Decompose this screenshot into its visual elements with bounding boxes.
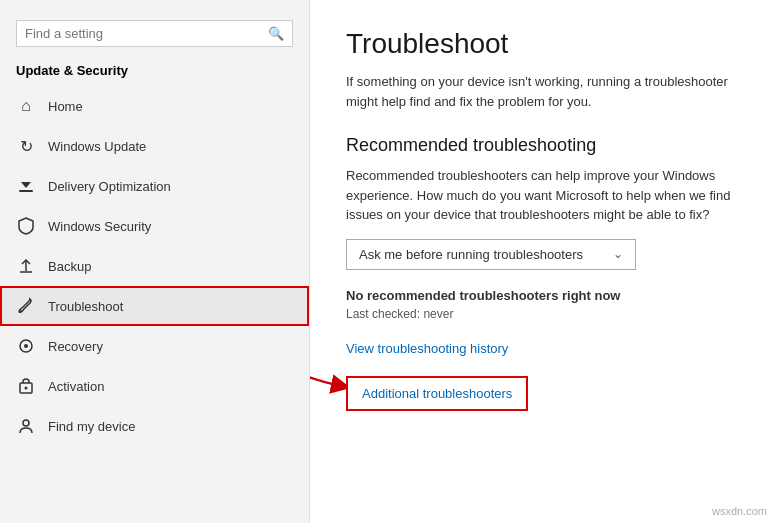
search-box[interactable]: 🔍 (16, 20, 293, 47)
backup-icon (16, 256, 36, 276)
dropdown-value: Ask me before running troubleshooters (359, 247, 583, 262)
shield-icon (16, 216, 36, 236)
nav-windows-update-label: Windows Update (48, 139, 146, 154)
recovery-icon (16, 336, 36, 356)
nav-recovery[interactable]: Recovery (0, 326, 309, 366)
nav-find-my-device[interactable]: Find my device (0, 406, 309, 446)
sidebar: 🔍 Update & Security ⌂ Home ↻ Windows Upd… (0, 0, 310, 523)
nav-backup-label: Backup (48, 259, 91, 274)
svg-point-8 (25, 387, 28, 390)
nav-find-my-device-label: Find my device (48, 419, 135, 434)
intro-text: If something on your device isn't workin… (346, 72, 739, 111)
recommended-heading: Recommended troubleshooting (346, 135, 739, 156)
nav-recovery-label: Recovery (48, 339, 103, 354)
sidebar-header (0, 0, 309, 20)
wrench-icon (16, 296, 36, 316)
nav-windows-security[interactable]: Windows Security (0, 206, 309, 246)
svg-point-9 (23, 420, 29, 426)
troubleshoot-dropdown[interactable]: Ask me before running troubleshooters ⌄ (346, 239, 636, 270)
last-checked-text: Last checked: never (346, 307, 739, 321)
no-troubleshooters-text: No recommended troubleshooters right now (346, 288, 739, 303)
nav-home[interactable]: ⌂ Home (0, 86, 309, 126)
nav-backup[interactable]: Backup (0, 246, 309, 286)
home-icon: ⌂ (16, 96, 36, 116)
download-icon (16, 176, 36, 196)
search-icon: 🔍 (268, 26, 284, 41)
recommended-desc: Recommended troubleshooters can help imp… (346, 166, 739, 225)
nav-activation-label: Activation (48, 379, 104, 394)
nav-delivery-optimization-label: Delivery Optimization (48, 179, 171, 194)
nav-delivery-optimization[interactable]: Delivery Optimization (0, 166, 309, 206)
nav-activation[interactable]: Activation (0, 366, 309, 406)
nav-home-label: Home (48, 99, 83, 114)
additional-troubleshooters-button[interactable]: Additional troubleshooters (346, 376, 528, 411)
chevron-down-icon: ⌄ (613, 247, 623, 261)
nav-windows-update[interactable]: ↻ Windows Update (0, 126, 309, 166)
section-title: Update & Security (0, 57, 309, 86)
svg-rect-0 (19, 190, 33, 192)
activation-icon (16, 376, 36, 396)
watermark: wsxdn.com (712, 505, 767, 517)
svg-point-4 (20, 310, 22, 312)
person-icon (16, 416, 36, 436)
main-content: Troubleshoot If something on your device… (310, 0, 775, 523)
nav-windows-security-label: Windows Security (48, 219, 151, 234)
page-title: Troubleshoot (346, 28, 739, 60)
nav-troubleshoot[interactable]: Troubleshoot (0, 286, 309, 326)
svg-point-6 (24, 344, 28, 348)
refresh-icon: ↻ (16, 136, 36, 156)
view-history-link[interactable]: View troubleshooting history (346, 341, 739, 356)
nav-troubleshoot-label: Troubleshoot (48, 299, 123, 314)
search-input[interactable] (25, 26, 268, 41)
svg-marker-1 (21, 182, 31, 188)
